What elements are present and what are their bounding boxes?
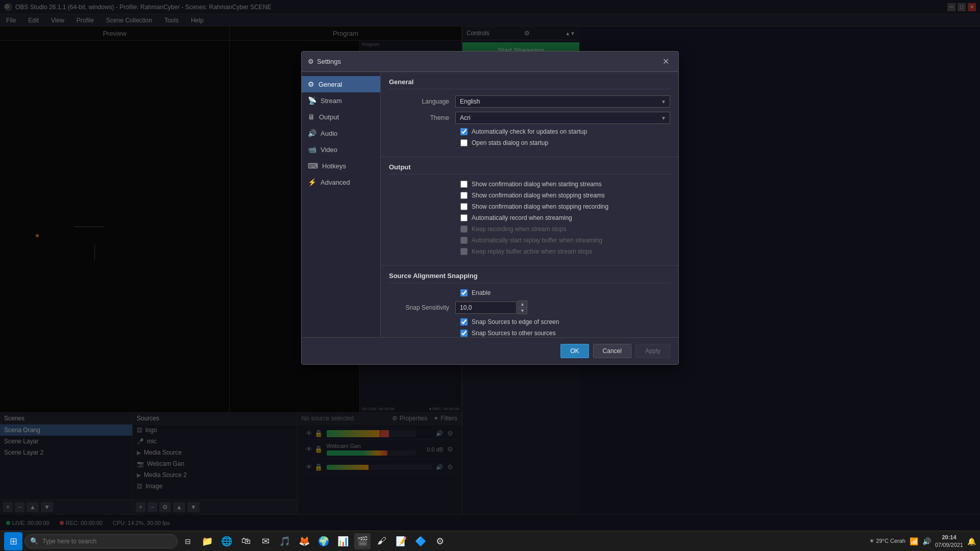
taskbar-task-view[interactable]: ⊟ — [180, 533, 196, 549]
taskbar: ⊞ 🔍 ⊟ 📁 🌐 🛍 ✉ 🎵 🦊 🌍 📊 🎬 🖌 📝 🔷 ⚙ ☀ 29°C C… — [0, 531, 980, 551]
language-label: Language — [389, 98, 455, 105]
settings-titlebar: ⚙ Settings ✕ — [302, 52, 678, 72]
taskbar-store[interactable]: 🛍 — [238, 533, 254, 549]
snap-sensitivity-input[interactable] — [455, 302, 517, 314]
taskbar-app2[interactable]: 🔷 — [412, 533, 429, 549]
taskbar-volume[interactable]: 🔊 — [922, 537, 931, 545]
auto-update-checkbox[interactable] — [460, 128, 468, 135]
keep-replay-checkbox[interactable] — [460, 248, 468, 255]
confirm-start-checkbox[interactable] — [460, 181, 468, 188]
nav-hotkeys-label: Hotkeys — [322, 162, 346, 170]
nav-stream-label: Stream — [321, 97, 342, 105]
output-icon: 🖥 — [308, 113, 315, 121]
taskbar-firefox[interactable]: 🦊 — [296, 533, 312, 549]
stream-icon: 📡 — [308, 96, 316, 105]
auto-replay-checkbox[interactable] — [460, 237, 468, 244]
snap-spinner[interactable]: ▲ ▼ — [518, 300, 527, 314]
taskbar-spotify[interactable]: 🎵 — [277, 533, 293, 549]
snap-enable-checkbox[interactable] — [460, 289, 468, 296]
taskbar-edge[interactable]: 🌐 — [218, 533, 235, 549]
auto-replay-label: Automatically start replay buffer when s… — [472, 237, 602, 244]
taskbar-icons: ⊟ 📁 🌐 🛍 ✉ 🎵 🦊 🌍 📊 🎬 🖌 📝 🔷 ⚙ — [180, 533, 867, 549]
section-snapping: Source Alignment Snapping Enable Snap Se… — [381, 266, 678, 337]
audio-icon: 🔊 — [308, 129, 316, 137]
snap-edge-row: Snap Sources to edge of screen — [460, 318, 670, 325]
nav-audio-label: Audio — [321, 130, 337, 137]
nav-advanced-label: Advanced — [321, 179, 350, 186]
confirm-stop-label: Show confirmation dialog when stopping s… — [472, 192, 605, 199]
confirm-stop-rec-row: Show confirmation dialog when stopping r… — [460, 203, 670, 210]
snap-other-checkbox[interactable] — [460, 330, 468, 337]
confirm-start-row: Show confirmation dialog when starting s… — [460, 181, 670, 188]
general-icon: ⚙ — [308, 80, 314, 88]
taskbar-file-explorer[interactable]: 📁 — [199, 533, 215, 549]
nav-stream[interactable]: 📡 Stream — [302, 92, 380, 109]
open-stats-checkbox[interactable] — [460, 139, 468, 146]
section-general: General Language English ▼ — [381, 72, 678, 157]
ok-button[interactable]: OK — [560, 344, 589, 358]
snap-sensitivity-row: Snap Sensitivity ▲ ▼ — [389, 300, 670, 314]
snap-sensitivity-label: Snap Sensitivity — [389, 304, 455, 311]
taskbar-chrome[interactable]: 🌍 — [315, 533, 332, 549]
clock-time: 20:14 — [935, 534, 963, 541]
settings-gear-icon: ⚙ — [308, 58, 314, 65]
confirm-stop-rec-checkbox[interactable] — [460, 203, 468, 210]
auto-update-row: Automatically check for updates on start… — [460, 128, 670, 135]
confirm-stop-checkbox[interactable] — [460, 192, 468, 199]
general-title: General — [389, 78, 670, 89]
apply-button[interactable]: Apply — [635, 344, 670, 358]
nav-video[interactable]: 📹 Video — [302, 141, 380, 158]
theme-row: Theme Acri ▼ — [389, 112, 670, 124]
taskbar-app3[interactable]: ⚙ — [432, 533, 448, 549]
nav-general[interactable]: ⚙ General — [302, 76, 380, 92]
keep-rec-checkbox[interactable] — [460, 226, 468, 233]
clock-date: 07/09/2021 — [935, 541, 963, 548]
snap-other-label: Snap Sources to other sources — [472, 330, 556, 337]
settings-body: ⚙ General 📡 Stream 🖥 Output 🔊 Audio 📹 — [302, 72, 678, 337]
start-button[interactable]: ⊞ — [4, 532, 22, 550]
snap-edge-checkbox[interactable] — [460, 318, 468, 325]
nav-general-label: General — [318, 81, 342, 88]
snapping-title: Source Alignment Snapping — [389, 272, 670, 283]
language-select[interactable]: English — [455, 95, 670, 108]
keep-replay-label: Keep replay buffer active when stream st… — [472, 248, 593, 255]
taskbar-word[interactable]: 📝 — [393, 533, 409, 549]
settings-footer: OK Cancel Apply — [302, 337, 678, 364]
settings-close-button[interactable]: ✕ — [659, 56, 672, 67]
snap-enable-row: Enable — [460, 289, 670, 296]
settings-title: ⚙ Settings — [308, 58, 341, 65]
settings-overlay: ⚙ Settings ✕ ⚙ General 📡 Stream 🖥 Output — [0, 0, 980, 551]
confirm-start-label: Show confirmation dialog when starting s… — [472, 181, 602, 188]
settings-sidebar: ⚙ General 📡 Stream 🖥 Output 🔊 Audio 📹 — [302, 72, 381, 337]
nav-advanced[interactable]: ⚡ Advanced — [302, 174, 380, 190]
theme-select[interactable]: Acri — [455, 112, 670, 124]
auto-update-label: Automatically check for updates on start… — [472, 128, 587, 135]
nav-audio[interactable]: 🔊 Audio — [302, 125, 380, 141]
settings-content: General Language English ▼ — [381, 72, 678, 337]
search-bar[interactable]: 🔍 — [24, 534, 178, 548]
snap-sensitivity-control: ▲ ▼ — [455, 300, 670, 314]
snap-up-button[interactable]: ▲ — [518, 300, 527, 308]
keep-rec-label: Keep recording when stream stops — [472, 226, 566, 233]
settings-title-text: Settings — [317, 58, 341, 65]
nav-output[interactable]: 🖥 Output — [302, 109, 380, 125]
taskbar-clock[interactable]: 20:14 07/09/2021 — [935, 534, 963, 548]
section-output: Output Show confirmation dialog when sta… — [381, 157, 678, 266]
search-icon: 🔍 — [30, 537, 38, 545]
taskbar-app1[interactable]: 📊 — [335, 533, 351, 549]
auto-record-checkbox[interactable] — [460, 214, 468, 221]
taskbar-network[interactable]: 📶 — [910, 537, 918, 545]
cancel-button[interactable]: Cancel — [593, 344, 631, 358]
taskbar-weather: ☀ 29°C Cerah — [869, 538, 905, 544]
advanced-icon: ⚡ — [308, 178, 316, 186]
taskbar-mail[interactable]: ✉ — [257, 533, 274, 549]
nav-video-label: Video — [321, 146, 337, 154]
taskbar-photoshop[interactable]: 🖌 — [374, 533, 390, 549]
snap-down-button[interactable]: ▼ — [518, 308, 527, 314]
taskbar-notification[interactable]: 🔔 — [967, 537, 976, 545]
nav-hotkeys[interactable]: ⌨ Hotkeys — [302, 158, 380, 174]
snap-other-row: Snap Sources to other sources — [460, 330, 670, 337]
search-input[interactable] — [42, 538, 172, 545]
taskbar-obs[interactable]: 🎬 — [354, 533, 371, 549]
auto-replay-row: Automatically start replay buffer when s… — [460, 237, 670, 244]
